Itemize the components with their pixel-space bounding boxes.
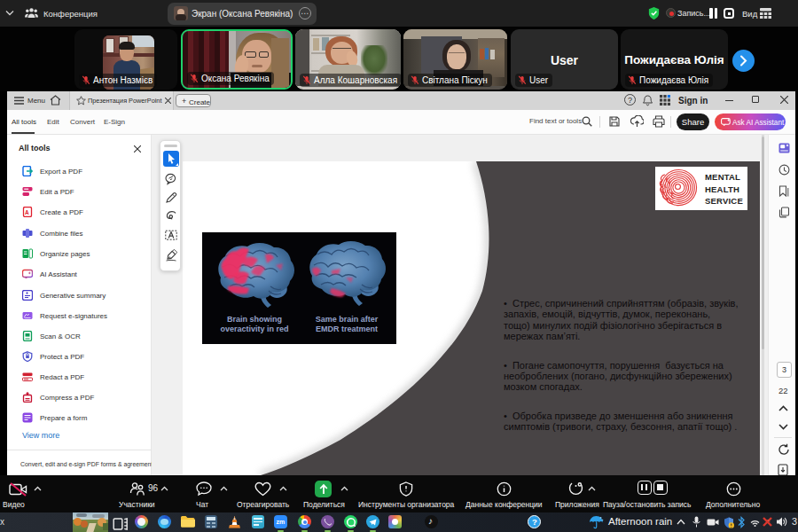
svg-text:Same brain after: Same brain after <box>316 315 379 324</box>
svg-text:Brain showing: Brain showing <box>227 315 282 324</box>
svg-text:EMDR treatment: EMDR treatment <box>316 325 378 333</box>
svg-text:A: A <box>25 209 29 215</box>
svg-text:overactivity in red: overactivity in red <box>220 325 288 333</box>
